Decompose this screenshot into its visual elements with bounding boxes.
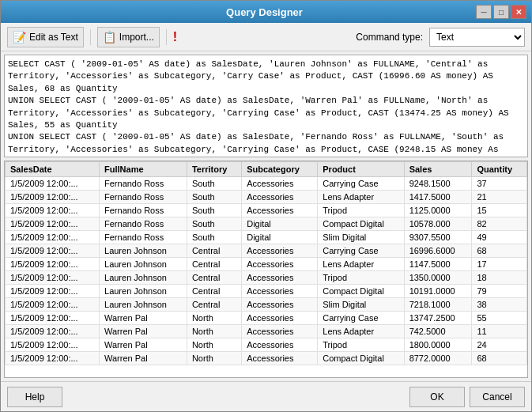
- table-cell: Central: [187, 285, 241, 298]
- edit-as-text-button[interactable]: 📝 Edit as Text: [7, 27, 84, 47]
- table-cell: Compact Digital: [318, 217, 404, 231]
- table-cell: Warren Pal: [100, 312, 187, 325]
- title-bar: Query Designer ─ □ ✕: [1, 1, 531, 23]
- table-row: 1/5/2009 12:00:...Fernando RossSouthAcce…: [6, 204, 527, 217]
- table-cell: 16996.6000: [404, 244, 472, 258]
- table-cell: 1/5/2009 12:00:...: [6, 204, 100, 217]
- sql-textarea[interactable]: [4, 55, 528, 157]
- import-label: Import...: [119, 32, 154, 43]
- table-cell: Lauren Johnson: [100, 244, 187, 258]
- minimize-button[interactable]: ─: [476, 5, 492, 19]
- table-cell: 1/5/2009 12:00:...: [6, 244, 100, 258]
- table-cell: Accessories: [242, 271, 318, 285]
- table-row: 1/5/2009 12:00:...Fernando RossSouthAcce…: [6, 177, 527, 191]
- table-cell: Central: [187, 298, 241, 312]
- table-cell: Lens Adapter: [318, 325, 404, 338]
- table-cell: 1/5/2009 12:00:...: [6, 231, 100, 244]
- table-cell: South: [187, 204, 241, 217]
- table-cell: 1/5/2009 12:00:...: [6, 258, 100, 271]
- table-cell: South: [187, 231, 241, 244]
- table-cell: South: [187, 191, 241, 204]
- table-cell: 55: [472, 312, 527, 325]
- col-header-sales: Sales: [404, 162, 472, 177]
- table-row: 1/5/2009 12:00:...Warren PalNorthAccesso…: [6, 338, 527, 352]
- table-cell: 79: [472, 285, 527, 298]
- table-cell: Carrying Case: [318, 244, 404, 258]
- table-cell: 7218.1000: [404, 298, 472, 312]
- footer: Help OK Cancel: [1, 381, 531, 411]
- window-title: Query Designer: [53, 6, 476, 18]
- exclamation-icon: !: [173, 30, 177, 44]
- table-cell: 8772.0000: [404, 352, 472, 365]
- command-type-label: Command type:: [356, 32, 423, 43]
- footer-right: OK Cancel: [409, 387, 525, 407]
- table-cell: 1/5/2009 12:00:...: [6, 271, 100, 285]
- table-cell: 18: [472, 271, 527, 285]
- table-header-row: SalesDateFullNameTerritorySubcategoryPro…: [6, 162, 527, 177]
- table-cell: Accessories: [242, 338, 318, 352]
- table-cell: 82: [472, 217, 527, 231]
- ok-button[interactable]: OK: [409, 387, 465, 407]
- table-cell: Warren Pal: [100, 352, 187, 365]
- table-cell: 1/5/2009 12:00:...: [6, 177, 100, 191]
- table-row: 1/5/2009 12:00:...Fernando RossSouthDigi…: [6, 231, 527, 244]
- table-cell: 1147.5000: [404, 258, 472, 271]
- table-cell: North: [187, 352, 241, 365]
- footer-left: Help: [7, 387, 62, 407]
- table-cell: South: [187, 217, 241, 231]
- table-cell: North: [187, 338, 241, 352]
- toolbar: 📝 Edit as Text 📋 Import... ! Command typ…: [1, 23, 531, 51]
- table-cell: Lauren Johnson: [100, 258, 187, 271]
- table-cell: 11: [472, 325, 527, 338]
- help-button[interactable]: Help: [7, 387, 62, 407]
- maximize-button[interactable]: □: [493, 5, 509, 19]
- table-cell: Fernando Ross: [100, 191, 187, 204]
- table-cell: 1/5/2009 12:00:...: [6, 191, 100, 204]
- table-cell: 9248.1500: [404, 177, 472, 191]
- table-cell: Tripod: [318, 338, 404, 352]
- table-cell: Fernando Ross: [100, 204, 187, 217]
- table-cell: Central: [187, 271, 241, 285]
- table-cell: Lauren Johnson: [100, 271, 187, 285]
- table-scroll[interactable]: SalesDateFullNameTerritorySubcategoryPro…: [5, 161, 527, 377]
- col-header-quantity: Quantity: [472, 162, 527, 177]
- table-cell: 742.5000: [404, 325, 472, 338]
- import-button[interactable]: 📋 Import...: [97, 27, 160, 47]
- table-cell: Warren Pal: [100, 325, 187, 338]
- table-row: 1/5/2009 12:00:...Lauren JohnsonCentralA…: [6, 244, 527, 258]
- table-cell: Accessories: [242, 244, 318, 258]
- table-cell: 1/5/2009 12:00:...: [6, 217, 100, 231]
- edit-text-icon: 📝: [13, 31, 26, 43]
- col-header-fullname: FullName: [100, 162, 187, 177]
- table-cell: Accessories: [242, 285, 318, 298]
- data-table-wrapper: SalesDateFullNameTerritorySubcategoryPro…: [4, 161, 528, 378]
- table-cell: 1350.0000: [404, 271, 472, 285]
- table-cell: Fernando Ross: [100, 231, 187, 244]
- cancel-button[interactable]: Cancel: [470, 387, 525, 407]
- col-header-subcategory: Subcategory: [242, 162, 318, 177]
- table-body: 1/5/2009 12:00:...Fernando RossSouthAcce…: [6, 177, 527, 365]
- table-cell: Slim Digital: [318, 231, 404, 244]
- table-cell: 24: [472, 338, 527, 352]
- table-cell: Accessories: [242, 204, 318, 217]
- table-row: 1/5/2009 12:00:...Lauren JohnsonCentralA…: [6, 285, 527, 298]
- content-area: SalesDateFullNameTerritorySubcategoryPro…: [1, 51, 531, 381]
- table-cell: Accessories: [242, 352, 318, 365]
- table-cell: Carrying Case: [318, 177, 404, 191]
- table-cell: Digital: [242, 217, 318, 231]
- close-button[interactable]: ✕: [511, 5, 526, 19]
- table-cell: Accessories: [242, 325, 318, 338]
- command-type-select[interactable]: TextStoredProcedureTableDirect: [429, 28, 525, 47]
- table-cell: Accessories: [242, 177, 318, 191]
- table-cell: 10578.000: [404, 217, 472, 231]
- table-cell: 15: [472, 204, 527, 217]
- table-cell: Slim Digital: [318, 298, 404, 312]
- table-cell: North: [187, 325, 241, 338]
- table-cell: North: [187, 312, 241, 325]
- table-row: 1/5/2009 12:00:...Warren PalNorthAccesso…: [6, 352, 527, 365]
- query-designer-window: Query Designer ─ □ ✕ 📝 Edit as Text 📋 Im…: [0, 0, 532, 412]
- table-cell: 13747.2500: [404, 312, 472, 325]
- table-row: 1/5/2009 12:00:...Fernando RossSouthAcce…: [6, 191, 527, 204]
- results-table: SalesDateFullNameTerritorySubcategoryPro…: [5, 161, 527, 365]
- table-cell: 10191.0000: [404, 285, 472, 298]
